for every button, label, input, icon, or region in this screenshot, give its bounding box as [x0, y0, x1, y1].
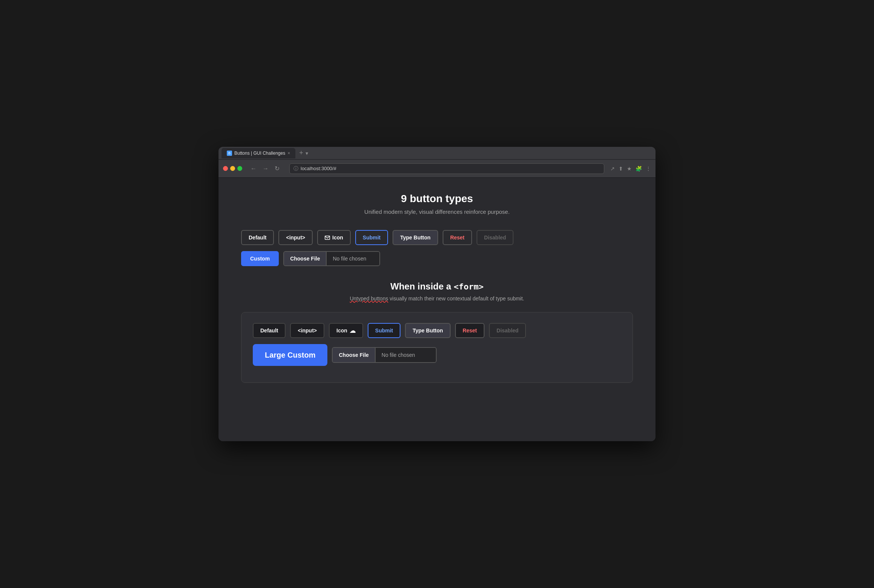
external-link-icon[interactable]: ↗: [610, 166, 615, 172]
menu-icon[interactable]: ⋮: [646, 166, 651, 172]
tab-bar: B Buttons | GUI Challenges × + ▾: [218, 147, 656, 160]
nav-buttons: ← → ↻: [248, 163, 282, 174]
large-custom-button[interactable]: Large Custom: [253, 344, 327, 366]
section2-title-prefix: When inside a: [390, 281, 454, 291]
icon-button[interactable]: Icon: [317, 230, 351, 245]
section2-subtitle-part1: Untyped buttons: [350, 296, 388, 302]
form-file-input-wrapper: Choose File No file chosen: [332, 347, 436, 363]
page-content: 9 button types Unified modern style, vis…: [218, 178, 656, 441]
tab-title: Buttons | GUI Challenges: [234, 151, 285, 156]
close-window-button[interactable]: [223, 166, 228, 171]
cloud-icon: ☁: [350, 327, 356, 334]
disabled-button: Disabled: [477, 230, 513, 245]
form-reset-button[interactable]: Reset: [455, 323, 484, 338]
input-button[interactable]: <input>: [278, 230, 313, 245]
form-disabled-button: Disabled: [489, 323, 526, 338]
toolbar-icons: ↗ ⬆ ★ 🧩 ⋮: [610, 166, 651, 172]
extensions-icon[interactable]: 🧩: [636, 166, 642, 172]
button-row-2: Custom Choose File No file chosen: [241, 251, 633, 266]
button-row-1: Default <input> Icon Submit Type Button …: [241, 230, 633, 245]
tab-favicon: B: [227, 151, 232, 156]
section2-title-code: <form>: [454, 282, 483, 291]
type-button-button[interactable]: Type Button: [393, 230, 438, 245]
minimize-window-button[interactable]: [230, 166, 235, 171]
choose-file-button[interactable]: Choose File: [284, 252, 327, 265]
section2-title: When inside a <form>: [241, 281, 633, 292]
no-file-chosen-text: No file chosen: [327, 252, 379, 265]
new-tab-button[interactable]: +: [297, 148, 306, 158]
envelope-icon: [325, 236, 330, 240]
address-bar[interactable]: ⓘ localhost:3000/#: [289, 163, 604, 174]
file-input-wrapper: Choose File No file chosen: [283, 251, 380, 266]
tabs-menu-icon[interactable]: ▾: [306, 150, 308, 156]
form-type-button-button[interactable]: Type Button: [405, 323, 451, 338]
section2-subtitle-part2: visually match their new contextual defa…: [388, 296, 524, 302]
form-default-button[interactable]: Default: [253, 323, 286, 338]
custom-button[interactable]: Custom: [241, 251, 279, 266]
reload-button[interactable]: ↻: [272, 163, 282, 174]
form-choose-file-button[interactable]: Choose File: [333, 348, 375, 362]
tab-close-button[interactable]: ×: [287, 151, 290, 156]
form-icon-button[interactable]: Icon ☁: [329, 323, 363, 338]
forward-button[interactable]: →: [260, 163, 271, 174]
traffic-lights: [223, 166, 242, 171]
url-text: localhost:3000/#: [301, 166, 336, 171]
submit-button[interactable]: Submit: [355, 230, 388, 245]
bookmark-icon[interactable]: ★: [627, 166, 632, 172]
form-no-file-chosen-text: No file chosen: [376, 348, 436, 362]
browser-window: B Buttons | GUI Challenges × + ▾ ← → ↻ ⓘ…: [218, 147, 656, 441]
page-subtitle: Unified modern style, visual differences…: [241, 209, 633, 215]
form-submit-button[interactable]: Submit: [368, 323, 400, 338]
button-row-4: Large Custom Choose File No file chosen: [253, 344, 621, 366]
button-row-3: Default <input> Icon ☁ Submit Type Butto…: [253, 323, 621, 338]
share-icon[interactable]: ⬆: [619, 166, 623, 172]
form-section: Default <input> Icon ☁ Submit Type Butto…: [241, 312, 633, 383]
form-icon-button-label: Icon: [336, 328, 347, 334]
back-button[interactable]: ←: [248, 163, 259, 174]
page-title: 9 button types: [241, 193, 633, 205]
browser-titlebar: ← → ↻ ⓘ localhost:3000/# ↗ ⬆ ★ 🧩 ⋮: [218, 160, 656, 178]
icon-button-label: Icon: [332, 235, 343, 241]
reset-button[interactable]: Reset: [443, 230, 472, 245]
section2-subtitle: Untyped buttons visually match their new…: [241, 296, 633, 302]
active-tab[interactable]: B Buttons | GUI Challenges ×: [222, 148, 295, 158]
secure-icon: ⓘ: [293, 165, 298, 172]
form-input-button[interactable]: <input>: [290, 323, 324, 338]
maximize-window-button[interactable]: [237, 166, 242, 171]
default-button[interactable]: Default: [241, 230, 274, 245]
